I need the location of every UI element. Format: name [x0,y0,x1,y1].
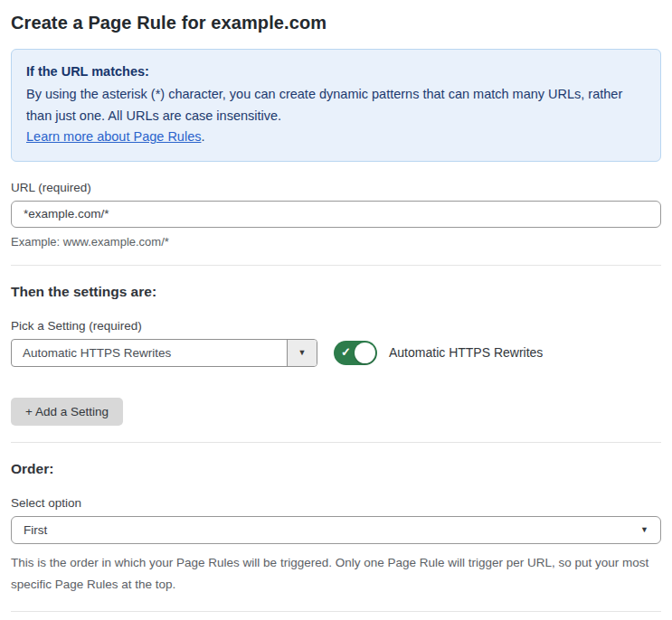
page-title: Create a Page Rule for example.com [11,13,661,33]
divider [11,442,661,443]
order-help-text: This is the order in which your Page Rul… [11,552,661,595]
https-rewrites-toggle[interactable]: ✓ [334,341,377,365]
toggle-label: Automatic HTTPS Rewrites [389,345,543,360]
setting-dropdown-value: Automatic HTTPS Rewrites [12,340,287,366]
divider [11,611,661,612]
url-input[interactable] [11,201,661,228]
order-heading: Order: [11,461,661,477]
toggle-knob [355,343,375,363]
divider [11,265,661,266]
info-box-body: By using the asterisk (*) character, you… [26,84,646,127]
url-matches-info-box: If the URL matches: By using the asteris… [11,49,661,162]
url-field-label: URL (required) [11,181,661,194]
toggle-check-icon: ✓ [341,345,351,361]
dropdown-caret-icon: ▼ [298,348,307,357]
link-suffix: . [201,129,204,144]
select-option-label: Select option [11,496,661,510]
learn-more-link[interactable]: Learn more about Page Rules [26,129,201,144]
info-box-heading: If the URL matches: [26,61,646,82]
setting-dropdown[interactable]: Automatic HTTPS Rewrites ▼ [11,339,317,367]
add-setting-button[interactable]: + Add a Setting [11,398,123,426]
order-select[interactable]: First [11,516,661,544]
setting-dropdown-button[interactable]: ▼ [287,340,317,366]
order-select-wrap: First ▼ [11,516,661,544]
create-page-rule-form: Create a Page Rule for example.com If th… [0,0,672,620]
url-example-text: Example: www.example.com/* [11,235,661,249]
settings-heading: Then the settings are: [11,284,661,300]
setting-row: Automatic HTTPS Rewrites ▼ ✓ Automatic H… [11,339,661,367]
pick-setting-label: Pick a Setting (required) [11,319,661,333]
info-box-link-line: Learn more about Page Rules. [26,127,646,147]
